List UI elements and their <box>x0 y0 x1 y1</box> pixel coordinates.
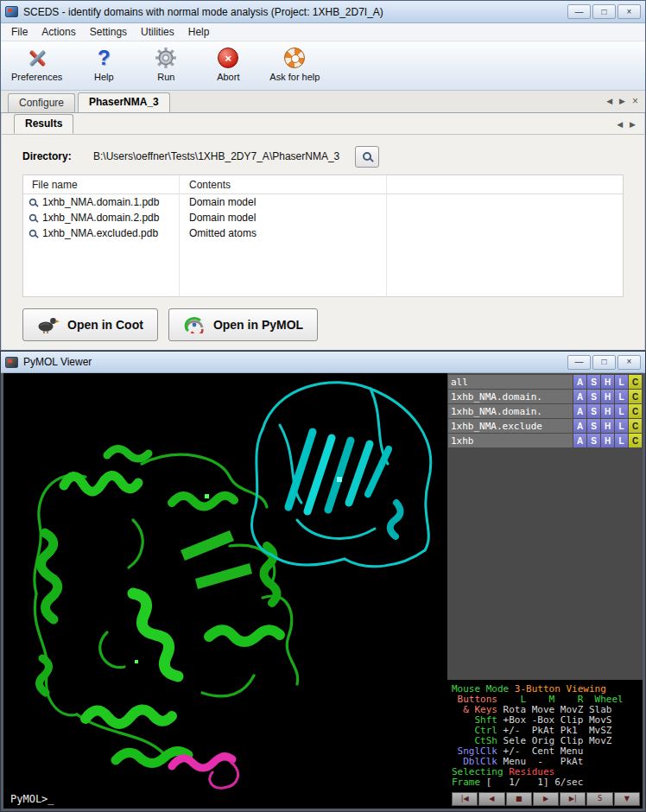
vcr-rewind-button[interactable]: |◀ <box>452 792 478 806</box>
results-scroll-left[interactable]: ◀ <box>617 120 623 129</box>
label-button[interactable]: L <box>615 434 628 447</box>
results-content: Directory: B:\Users\oeffner\Tests\1XHB_2… <box>2 135 644 350</box>
object-name[interactable]: all <box>448 375 573 389</box>
object-list: all A S H L C 1xhb_NMA.domain. A S H L C <box>447 373 643 680</box>
pymol-close-button[interactable]: × <box>618 355 641 370</box>
magnifier-icon <box>29 230 37 238</box>
help-button[interactable]: ? Help <box>83 46 124 82</box>
vcr-s-button[interactable]: S <box>586 792 612 806</box>
sceds-titlebar[interactable]: SCEDS - identify domains with normal mod… <box>1 1 645 23</box>
object-row-domain2: 1xhb_NMA.domain. A S H L C <box>448 404 642 418</box>
table-header: File name Contents <box>23 175 623 194</box>
sceds-window: SCEDS - identify domains with normal mod… <box>0 0 646 351</box>
coot-bird-icon <box>37 314 60 336</box>
desktop: SCEDS - identify domains with normal mod… <box>0 0 646 812</box>
pymol-client: PyMOL>_ all A S H L C 1xhb_NMA.domain. A <box>1 373 645 811</box>
pymol-viewport[interactable]: PyMOL>_ <box>3 373 447 809</box>
show-button[interactable]: S <box>587 375 600 389</box>
menu-settings[interactable]: Settings <box>83 24 134 40</box>
magnifier-icon <box>29 199 37 206</box>
subtab-results[interactable]: Results <box>14 114 73 134</box>
menu-file[interactable]: File <box>4 24 35 40</box>
file-name: 1xhb_NMA.domain.1.pdb <box>42 196 159 208</box>
menu-help[interactable]: Help <box>181 24 217 40</box>
command-prompt[interactable]: PyMOL>_ <box>10 793 54 805</box>
tab-scroll-right[interactable]: ▶ <box>619 97 625 105</box>
show-button[interactable]: S <box>587 404 600 418</box>
run-button[interactable]: Run <box>145 46 187 82</box>
file-name: 1xhb_NMA.excluded.pdb <box>42 227 158 239</box>
tab-phasernma3[interactable]: PhaserNMA_3 <box>78 92 170 112</box>
object-row-1xhb: 1xhb A S H L C <box>448 434 642 447</box>
color-button[interactable]: C <box>629 390 642 403</box>
vcr-menu-button[interactable]: ▼ <box>614 792 640 806</box>
label-button[interactable]: L <box>615 375 628 389</box>
hide-button[interactable]: H <box>601 375 614 389</box>
object-name[interactable]: 1xhb <box>448 434 573 447</box>
pymol-maximize-button[interactable]: □ <box>592 355 616 370</box>
vcr-forward-button[interactable]: ▶| <box>560 792 586 806</box>
results-scroll-right[interactable]: ▶ <box>630 120 636 129</box>
vcr-back-button[interactable]: ◀ <box>478 792 504 806</box>
color-button[interactable]: C <box>629 375 642 389</box>
minimize-button[interactable]: — <box>567 4 591 19</box>
phasernma-panel: Results ◀ ▶ Directory: B:\Users\oeffner\… <box>1 113 645 350</box>
file-table: File name Contents 1xhb_NMA.domain.1.pdb… <box>22 174 624 297</box>
browse-directory-button[interactable] <box>355 146 379 168</box>
directory-value: B:\Users\oeffner\Tests\1XHB_2DY7_A\Phase… <box>93 150 339 162</box>
tab-close-button[interactable]: × <box>632 95 638 107</box>
action-button[interactable]: A <box>573 404 586 418</box>
sceds-app-icon <box>5 6 18 17</box>
label-button[interactable]: L <box>615 419 628 433</box>
pymol-minimize-button[interactable]: — <box>567 355 591 370</box>
directory-row: Directory: B:\Users\oeffner\Tests\1XHB_2… <box>22 143 624 169</box>
mouse-help-panel: Mouse Mode 3-Button Viewing Buttons L M … <box>447 680 643 809</box>
magnifier-icon <box>29 214 37 222</box>
open-in-pymol-button[interactable]: Open in PyMOL <box>168 308 318 341</box>
label-button[interactable]: L <box>615 404 628 418</box>
object-name[interactable]: 1xhb_NMA.exclude <box>448 419 573 433</box>
pymol-titlebar[interactable]: PyMOL Viewer — □ × <box>1 352 645 373</box>
file-name: 1xhb_NMA.domain.2.pdb <box>42 212 159 224</box>
hide-button[interactable]: H <box>601 390 614 403</box>
vcr-stop-button[interactable]: ■ <box>506 792 532 806</box>
color-button[interactable]: C <box>629 434 642 447</box>
action-button[interactable]: A <box>573 419 586 433</box>
menubar: File Actions Settings Utilities Help <box>1 23 645 41</box>
object-name[interactable]: 1xhb_NMA.domain. <box>448 404 573 418</box>
color-button[interactable]: C <box>629 419 642 433</box>
hide-button[interactable]: H <box>601 434 614 447</box>
table-row[interactable]: 1xhb_NMA.domain.2.pdb Domain model <box>23 210 623 225</box>
tab-configure[interactable]: Configure <box>8 93 75 112</box>
menu-actions[interactable]: Actions <box>35 24 82 40</box>
column-header-filename[interactable]: File name <box>23 179 179 191</box>
action-buttons: Open in Coot Open in PyMOL <box>22 308 624 341</box>
table-row[interactable]: 1xhb_NMA.domain.1.pdb Domain model <box>23 194 623 210</box>
hide-button[interactable]: H <box>601 419 614 433</box>
label-button[interactable]: L <box>615 390 628 403</box>
tabbar: Configure PhaserNMA_3 ◀ ▶ × <box>1 91 645 113</box>
column-header-contents[interactable]: Contents <box>179 179 231 191</box>
maximize-button[interactable]: □ <box>592 4 616 19</box>
action-button[interactable]: A <box>573 375 586 389</box>
vcr-play-button[interactable]: ▶ <box>533 792 559 806</box>
directory-label: Directory: <box>22 150 93 162</box>
object-panel: all A S H L C 1xhb_NMA.domain. A S H L C <box>447 373 643 809</box>
tab-scroll-left[interactable]: ◀ <box>606 97 612 105</box>
close-button[interactable]: × <box>618 4 641 19</box>
action-button[interactable]: A <box>573 390 586 403</box>
show-button[interactable]: S <box>587 434 600 447</box>
abort-button[interactable]: × Abort <box>207 46 249 82</box>
show-button[interactable]: S <box>587 419 600 433</box>
menu-utilities[interactable]: Utilities <box>134 24 181 40</box>
hide-button[interactable]: H <box>601 404 614 418</box>
ask-for-help-button[interactable]: Ask for help <box>269 46 320 82</box>
object-name[interactable]: 1xhb_NMA.domain. <box>448 390 573 403</box>
color-button[interactable]: C <box>629 404 642 418</box>
show-button[interactable]: S <box>587 390 600 403</box>
preferences-button[interactable]: Preferences <box>11 46 62 82</box>
object-row-excluded: 1xhb_NMA.exclude A S H L C <box>448 419 642 433</box>
table-row[interactable]: 1xhb_NMA.excluded.pdb Omitted atoms <box>23 225 623 241</box>
open-in-coot-button[interactable]: Open in Coot <box>22 308 158 341</box>
action-button[interactable]: A <box>573 434 586 447</box>
